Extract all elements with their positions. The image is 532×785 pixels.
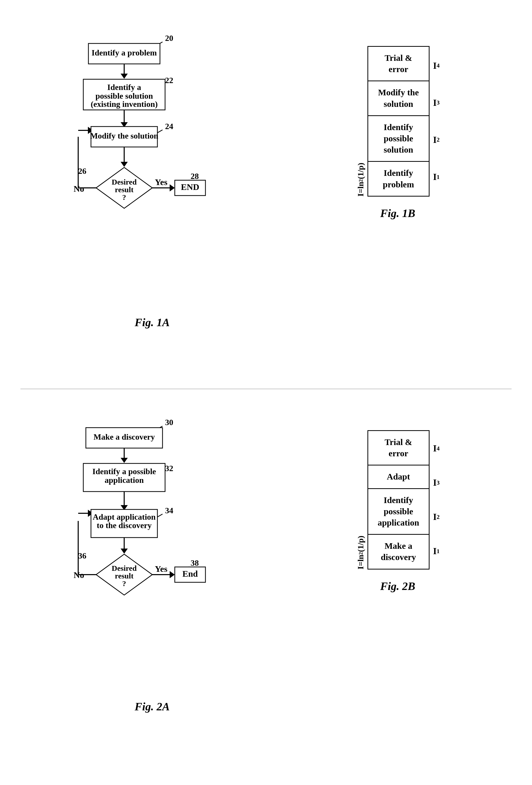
ref-36: 36 <box>78 551 86 560</box>
page: 20 Identify a problem 22 Identify a poss… <box>0 0 532 785</box>
fig1b-area: I=ln2(1/p) Trial &error Modify thesoluti… <box>284 15 511 373</box>
divider <box>21 388 511 389</box>
fig2a-area: 30 Make a discovery 32 Identify a possib… <box>21 400 284 757</box>
fig1b-table: Trial &error Modify thesolution Identify… <box>368 46 429 197</box>
fig2b-table-wrapper: I=ln2(1/p) Trial &error Adapt Identifypo… <box>356 430 440 569</box>
desired-result-text2c: ? <box>122 579 126 588</box>
sub2b3: I3 <box>433 465 440 500</box>
fig2b-table: Trial &error Adapt Identifypossibleappli… <box>368 430 429 569</box>
identify-problem-text: Identify a problem <box>91 48 157 57</box>
row1-label: Trial &error <box>368 47 429 81</box>
table-row: Identifypossiblesolution <box>368 116 429 161</box>
row2-label: Modify thesolution <box>368 81 429 116</box>
fig2b-area: I=ln2(1/p) Trial &error Adapt Identifypo… <box>284 400 511 757</box>
row2b3-label: Identifypossibleapplication <box>368 488 429 534</box>
desired-result-text2: result <box>115 185 133 194</box>
svg-marker-18 <box>121 458 128 463</box>
fig2a-svg: 30 Make a discovery 32 Identify a possib… <box>63 410 242 691</box>
table-row: Modify thesolution <box>368 81 429 116</box>
ref-32: 32 <box>165 464 173 473</box>
fig2b-subscripts: I1 I2 I3 I4 <box>429 430 440 569</box>
ref-22: 22 <box>165 76 173 85</box>
svg-marker-2 <box>121 74 128 79</box>
ref-26: 26 <box>78 167 86 176</box>
fig1b-y-axis: I=ln2(1/p) <box>356 46 365 197</box>
modify-solution-text: Modify the solution <box>90 131 158 140</box>
ref-38: 38 <box>191 558 199 567</box>
adapt-application-text1: Adapt application <box>92 512 155 522</box>
identify-solution-text2: possible solution <box>95 91 153 100</box>
desired-result-text3: ? <box>122 193 126 201</box>
end-text: END <box>181 182 199 192</box>
no-label: No <box>74 184 84 194</box>
identify-application-text1: Identify a possible <box>92 467 156 476</box>
identify-application-text2: application <box>105 476 143 485</box>
desired-result-text1: Desired <box>112 178 137 186</box>
ref-28: 28 <box>191 172 199 181</box>
ref-24: 24 <box>165 122 173 131</box>
fig1b-label: Fig. 1B <box>380 207 415 220</box>
identify-solution-text3: (existing invention) <box>90 99 157 109</box>
fig1a-area: 20 Identify a problem 22 Identify a poss… <box>21 15 284 373</box>
sub2b2: I2 <box>433 500 440 534</box>
sub4: I4 <box>433 47 440 84</box>
fig1b-table-wrapper: I=ln2(1/p) Trial &error Modify thesoluti… <box>356 46 440 197</box>
row2b2-label: Adapt <box>368 465 429 488</box>
row3-label: Identifypossiblesolution <box>368 116 429 161</box>
fig2a-label: Fig. 2A <box>135 700 170 713</box>
svg-marker-30 <box>170 571 175 578</box>
end-text2: End <box>182 569 198 579</box>
ref-30: 30 <box>165 418 173 427</box>
desired-result-text2b: result <box>115 572 133 580</box>
table-row: Adapt <box>368 465 429 488</box>
fig2a-svg-container: 30 Make a discovery 32 Identify a possib… <box>26 410 279 691</box>
table-row: Identifyproblem <box>368 161 429 196</box>
svg-marker-10 <box>121 162 128 167</box>
fig1a-svg: 20 Identify a problem 22 Identify a poss… <box>63 26 242 307</box>
table-row: Make adiscovery <box>368 534 429 569</box>
bottom-half: 30 Make a discovery 32 Identify a possib… <box>21 400 511 757</box>
sub2b1: I1 <box>433 534 440 568</box>
top-half: 20 Identify a problem 22 Identify a poss… <box>21 15 511 373</box>
fig2b-label: Fig. 2B <box>380 580 415 593</box>
fig1a-svg-container: 20 Identify a problem 22 Identify a poss… <box>26 26 279 307</box>
table-row: Trial &error <box>368 431 429 465</box>
ref-20: 20 <box>165 33 173 43</box>
fig1a-label: Fig. 1A <box>135 316 170 329</box>
fig1b-subscripts: I1 I2 I3 I4 <box>429 46 440 197</box>
row2b4-label: Make adiscovery <box>368 534 429 569</box>
yes-label2: Yes <box>155 564 167 574</box>
yes-label: Yes <box>155 177 167 187</box>
row4-label: Identifyproblem <box>368 161 429 196</box>
table-row: Trial &error <box>368 47 429 81</box>
sub3: I3 <box>433 84 440 121</box>
sub2: I2 <box>433 121 440 158</box>
fig2b-y-axis: I=ln2(1/p) <box>356 430 365 569</box>
sub1: I1 <box>433 158 440 196</box>
adapt-application-text2: to the discovery <box>97 521 152 530</box>
sub2b4: I4 <box>433 431 440 465</box>
make-discovery-text: Make a discovery <box>94 432 155 441</box>
svg-marker-26 <box>121 549 128 554</box>
table-row: Identifypossibleapplication <box>368 488 429 534</box>
desired-result-text2a: Desired <box>112 564 137 572</box>
ref-34: 34 <box>165 506 173 515</box>
row2b1-label: Trial &error <box>368 431 429 465</box>
identify-solution-text1: Identify a <box>107 82 141 92</box>
svg-marker-14 <box>170 184 175 192</box>
